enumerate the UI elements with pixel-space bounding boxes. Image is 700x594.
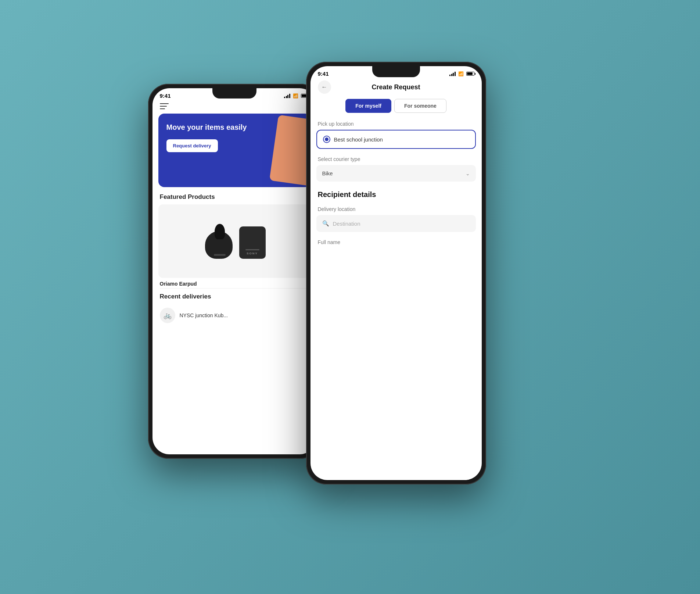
destination-placeholder: Destination xyxy=(333,221,360,227)
home-header xyxy=(152,100,316,114)
delivery-item: 🚲 NYSC junction Kub... xyxy=(152,304,316,327)
tab-for-myself[interactable]: For myself xyxy=(345,99,391,113)
destination-input[interactable]: 🔍 Destination xyxy=(316,215,476,232)
product-name: Oriamo Earpud xyxy=(152,278,316,288)
signal-icon-2 xyxy=(449,72,456,76)
full-name-label: Full name xyxy=(310,237,482,248)
delivery-name: NYSC junction Kub... xyxy=(180,312,228,318)
pickup-label: Pick up location xyxy=(310,119,482,130)
delivery-icon: 🚲 xyxy=(160,308,175,323)
status-icons-1: 📶 xyxy=(284,93,309,99)
tab-for-someone[interactable]: For someone xyxy=(394,99,446,113)
status-icons-2: 📶 xyxy=(449,71,474,76)
notch-2 xyxy=(372,66,420,77)
courier-select[interactable]: Bike ⌄ xyxy=(316,165,476,182)
product-images: SONY xyxy=(203,224,266,259)
courier-label: Select courier type xyxy=(310,154,482,165)
recipient-heading: Recipient details xyxy=(310,189,482,204)
request-delivery-button[interactable]: Request delivery xyxy=(166,139,218,152)
signal-icon-1 xyxy=(284,94,290,98)
bike-icon: 🚲 xyxy=(164,311,172,319)
wifi-icon-1: 📶 xyxy=(293,93,298,99)
pickup-value: Best school junction xyxy=(334,136,383,143)
phone-create-request: 9:41 📶 ← Create Request xyxy=(306,62,486,484)
back-arrow-icon: ← xyxy=(322,84,327,90)
time-2: 9:41 xyxy=(318,71,329,77)
battery-icon-2 xyxy=(466,72,474,76)
earbud-image xyxy=(203,224,236,259)
radio-inner xyxy=(325,137,329,141)
search-icon: 🔍 xyxy=(322,220,329,227)
wifi-icon-2: 📶 xyxy=(458,71,464,76)
chevron-down-icon: ⌄ xyxy=(466,171,470,176)
hamburger-menu[interactable] xyxy=(160,103,169,109)
page-title: Create Request xyxy=(331,83,461,91)
speaker-image: SONY xyxy=(239,226,266,259)
phone-home: 9:41 📶 Move your ite xyxy=(148,84,321,459)
featured-products-title: Featured Products xyxy=(152,187,316,204)
request-tabs: For myself For someone xyxy=(310,97,482,119)
product-card: SONY xyxy=(158,204,310,278)
recent-deliveries-title: Recent deliveries xyxy=(152,289,316,304)
delivery-location-label: Delivery location xyxy=(310,204,482,215)
back-button[interactable]: ← xyxy=(318,80,331,94)
time-1: 9:41 xyxy=(160,93,171,99)
hero-title: Move your items easily xyxy=(166,122,248,132)
hero-banner: Move your items easily Request delivery xyxy=(158,114,310,187)
radio-button xyxy=(323,136,330,143)
pickup-input[interactable]: Best school junction xyxy=(316,130,476,149)
notch-1 xyxy=(212,88,256,99)
courier-value: Bike xyxy=(322,170,333,176)
create-request-header: ← Create Request xyxy=(310,78,482,97)
